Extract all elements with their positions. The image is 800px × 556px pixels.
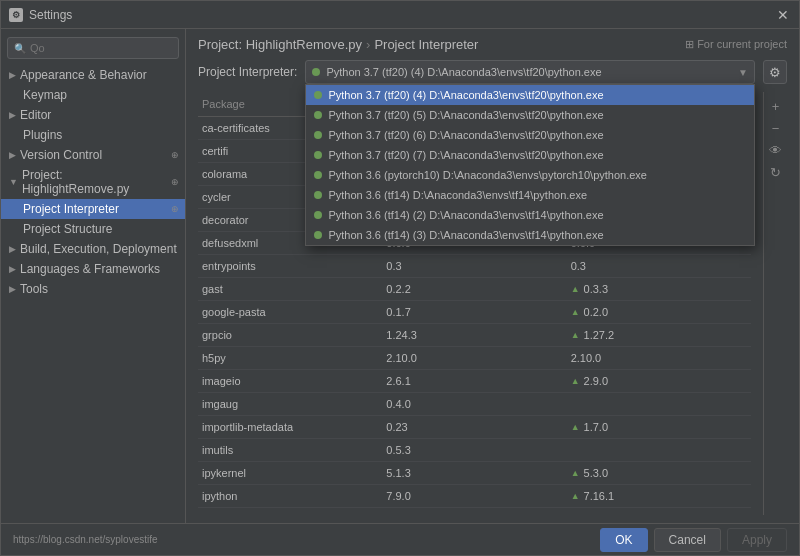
interpreter-gear-button[interactable]: ⚙ <box>763 60 787 84</box>
upgrade-arrow-icon: ▲ <box>571 284 580 294</box>
dropdown-option-3[interactable]: Python 3.7 (tf20) (7) D:\Anaconda3\envs\… <box>306 145 754 165</box>
interpreter-label: Project Interpreter: <box>198 65 297 79</box>
sidebar-item-project-interpreter[interactable]: Project Interpreter⊕ <box>1 199 185 219</box>
package-name-cell: imutils <box>198 442 382 458</box>
dropdown-option-0[interactable]: Python 3.7 (tf20) (4) D:\Anaconda3\envs\… <box>306 85 754 105</box>
package-version-cell: 0.1.7 <box>382 304 566 320</box>
table-row[interactable]: imutils0.5.3 <box>198 439 751 462</box>
table-row[interactable]: ipython-genutils0.2.0 <box>198 508 751 515</box>
window-title: Settings <box>29 8 72 22</box>
dropdown-option-5[interactable]: Python 3.6 (tf14) D:\Anaconda3\envs\tf14… <box>306 185 754 205</box>
package-version-cell: 5.1.3 <box>382 465 566 481</box>
sidebar-item-project-structure[interactable]: Project Structure <box>1 219 185 239</box>
option-text: Python 3.6 (tf14) D:\Anaconda3\envs\tf14… <box>328 189 587 201</box>
sidebar-item-build[interactable]: ▶Build, Execution, Deployment <box>1 239 185 259</box>
table-row[interactable]: imgaug0.4.0 <box>198 393 751 416</box>
table-row[interactable]: entrypoints0.30.3 <box>198 255 751 278</box>
package-name-cell: importlib-metadata <box>198 419 382 435</box>
upgrade-arrow-icon: ▲ <box>571 330 580 340</box>
breadcrumb: Project: HighlightRemove.py › Project In… <box>198 37 478 52</box>
main-header: Project: HighlightRemove.py › Project In… <box>186 29 799 52</box>
sidebar-item-badge: ⊕ <box>171 177 179 187</box>
interpreter-row: Project Interpreter: Python 3.7 (tf20) (… <box>186 52 799 92</box>
package-version-cell: 0.4.0 <box>382 396 566 412</box>
package-version-cell: 2.6.1 <box>382 373 566 389</box>
option-text: Python 3.7 (tf20) (5) D:\Anaconda3\envs\… <box>328 109 603 121</box>
table-row[interactable]: google-pasta0.1.7▲ 0.2.0 <box>198 301 751 324</box>
sidebar-item-badge: ⊕ <box>171 204 179 214</box>
dropdown-option-4[interactable]: Python 3.6 (pytorch10) D:\Anaconda3\envs… <box>306 165 754 185</box>
interpreter-dropdown[interactable]: Python 3.7 (tf20) (4) D:\Anaconda3\envs\… <box>305 60 755 84</box>
sidebar-item-label: Appearance & Behavior <box>20 68 179 82</box>
refresh-icon: ↻ <box>770 165 781 180</box>
option-text: Python 3.6 (pytorch10) D:\Anaconda3\envs… <box>328 169 647 181</box>
sidebar-item-version-control[interactable]: ▶Version Control⊕ <box>1 145 185 165</box>
sidebar-item-plugins[interactable]: Plugins <box>1 125 185 145</box>
interpreter-dropdown-wrapper: Python 3.7 (tf20) (4) D:\Anaconda3\envs\… <box>305 60 755 84</box>
sidebar-item-appearance[interactable]: ▶Appearance & Behavior <box>1 65 185 85</box>
table-row[interactable]: gast0.2.2▲ 0.3.3 <box>198 278 751 301</box>
package-name-cell: grpcio <box>198 327 382 343</box>
sidebar-arrow-icon: ▶ <box>9 244 16 254</box>
option-text: Python 3.7 (tf20) (7) D:\Anaconda3\envs\… <box>328 149 603 161</box>
search-box[interactable]: 🔍 <box>7 37 179 59</box>
package-name-cell: google-pasta <box>198 304 382 320</box>
sidebar-item-project[interactable]: ▼Project: HighlightRemove.py⊕ <box>1 165 185 199</box>
dropdown-option-2[interactable]: Python 3.7 (tf20) (6) D:\Anaconda3\envs\… <box>306 125 754 145</box>
cancel-button[interactable]: Cancel <box>654 528 721 552</box>
dropdown-arrow-icon: ▼ <box>738 67 748 78</box>
main-panel: Project: HighlightRemove.py › Project In… <box>186 29 799 523</box>
remove-package-button[interactable]: − <box>766 118 786 138</box>
package-version-cell: 2.10.0 <box>382 350 566 366</box>
table-row[interactable]: importlib-metadata0.23▲ 1.7.0 <box>198 416 751 439</box>
interpreter-dropdown-popup: Python 3.7 (tf20) (4) D:\Anaconda3\envs\… <box>305 84 755 246</box>
sidebar-item-keymap[interactable]: Keymap <box>1 85 185 105</box>
sidebar-arrow-icon: ▶ <box>9 284 16 294</box>
table-row[interactable]: h5py2.10.02.10.0 <box>198 347 751 370</box>
title-bar-left: ⚙ Settings <box>9 8 72 22</box>
package-name-cell: ipython-genutils <box>198 511 382 515</box>
upgrade-arrow-icon: ▲ <box>571 468 580 478</box>
option-status-dot <box>314 131 322 139</box>
package-name-cell: h5py <box>198 350 382 366</box>
sidebar-item-languages[interactable]: ▶Languages & Frameworks <box>1 259 185 279</box>
search-input[interactable] <box>30 42 172 54</box>
sidebar: 🔍 ▶Appearance & BehaviorKeymap▶EditorPlu… <box>1 29 186 523</box>
sidebar-item-tools[interactable]: ▶Tools <box>1 279 185 299</box>
sidebar-item-label: Build, Execution, Deployment <box>20 242 179 256</box>
package-name-cell: entrypoints <box>198 258 382 274</box>
upgrade-arrow-icon: ▲ <box>571 491 580 501</box>
sidebar-item-label: Project: HighlightRemove.py <box>22 168 169 196</box>
option-status-dot <box>314 91 322 99</box>
sidebar-item-label: Editor <box>20 108 179 122</box>
table-row[interactable]: grpcio1.24.3▲ 1.27.2 <box>198 324 751 347</box>
interpreter-selected-text: Python 3.7 (tf20) (4) D:\Anaconda3\envs\… <box>326 66 738 78</box>
sidebar-item-editor[interactable]: ▶Editor <box>1 105 185 125</box>
refresh-button[interactable]: ↻ <box>766 162 786 182</box>
url-hint: https://blog.csdn.net/syplovestife <box>13 534 594 545</box>
dropdown-option-7[interactable]: Python 3.6 (tf14) (3) D:\Anaconda3\envs\… <box>306 225 754 245</box>
dropdown-option-6[interactable]: Python 3.6 (tf14) (2) D:\Anaconda3\envs\… <box>306 205 754 225</box>
package-latest-cell: ▲ 5.3.0 <box>567 465 751 481</box>
table-row[interactable]: imageio2.6.1▲ 2.9.0 <box>198 370 751 393</box>
package-version-cell: 0.5.3 <box>382 442 566 458</box>
package-latest-cell: ▲ 1.7.0 <box>567 419 751 435</box>
settings-icon: ⚙ <box>9 8 23 22</box>
main-content: 🔍 ▶Appearance & BehaviorKeymap▶EditorPlu… <box>1 29 799 523</box>
option-status-dot <box>314 191 322 199</box>
table-row[interactable]: ipykernel5.1.3▲ 5.3.0 <box>198 462 751 485</box>
package-name-cell: ipykernel <box>198 465 382 481</box>
interpreter-status-dot <box>312 68 320 76</box>
ok-button[interactable]: OK <box>600 528 647 552</box>
title-bar: ⚙ Settings ✕ <box>1 1 799 29</box>
sidebar-arrow-icon: ▶ <box>9 264 16 274</box>
close-button[interactable]: ✕ <box>775 7 791 23</box>
package-details-button[interactable]: 👁 <box>766 140 786 160</box>
table-row[interactable]: ipython7.9.0▲ 7.16.1 <box>198 485 751 508</box>
settings-window: ⚙ Settings ✕ 🔍 ▶Appearance & BehaviorKey… <box>0 0 800 556</box>
sidebar-item-label: Version Control <box>20 148 169 162</box>
dropdown-option-1[interactable]: Python 3.7 (tf20) (5) D:\Anaconda3\envs\… <box>306 105 754 125</box>
apply-button[interactable]: Apply <box>727 528 787 552</box>
add-package-button[interactable]: + <box>766 96 786 116</box>
option-status-dot <box>314 111 322 119</box>
